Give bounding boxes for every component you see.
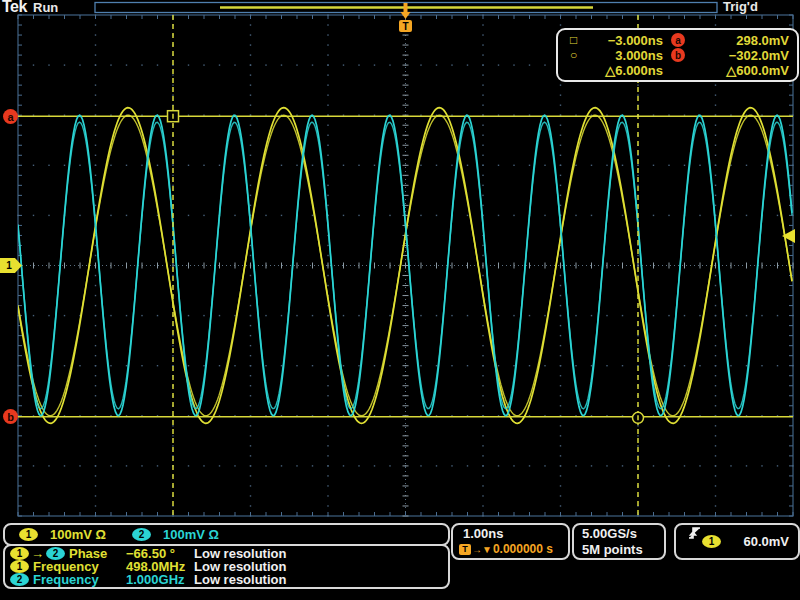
meas3-note: Low resolution bbox=[194, 572, 286, 587]
trigger-level: 60.0mV bbox=[721, 534, 798, 549]
meas3-name: Frequency bbox=[33, 572, 99, 587]
cursor-a-badge[interactable]: a bbox=[3, 109, 18, 124]
tek-logo: Tek bbox=[2, 0, 27, 16]
measurement-box: 1 → 2 Phase −66.50 ° Low resolution 1 Fr… bbox=[3, 544, 450, 589]
cursor1-time[interactable]: −3.000ns bbox=[596, 33, 663, 48]
trigger-source-badge: 1 bbox=[702, 535, 721, 548]
cursor2-circle-icon: ○ bbox=[558, 48, 596, 62]
cursor2-time[interactable]: 3.000ns bbox=[596, 48, 663, 63]
horizontal-settings-box[interactable]: 1.00ns T →▼ 0.000000 s bbox=[451, 523, 570, 560]
meas2-src-badge: 1 bbox=[10, 560, 29, 573]
acquisition-box[interactable]: 5.00GS/s 5M points bbox=[572, 523, 666, 560]
sample-rate: 5.00GS/s bbox=[582, 526, 664, 541]
horizontal-delay: 0.000000 s bbox=[493, 542, 553, 556]
trigger-level-arrow[interactable] bbox=[782, 229, 795, 243]
cursor-b-level[interactable]: −302.0mV bbox=[693, 48, 797, 63]
cursor-a-icon: a bbox=[671, 33, 685, 47]
cursor-row-delta: △6.000ns △600.0mV bbox=[558, 63, 797, 78]
acquisition-status: Run bbox=[33, 0, 58, 15]
cursor-readout-box: □ −3.000ns a 298.0mV ○ 3.000ns b −302.0m… bbox=[556, 28, 799, 82]
meas3-src-badge: 2 bbox=[10, 573, 29, 586]
trigger-t-icon: T bbox=[459, 544, 471, 555]
trigger-status: Trig'd bbox=[723, 0, 758, 14]
cursor-row-2: ○ 3.000ns b −302.0mV bbox=[558, 48, 797, 63]
ch1-scale[interactable]: 100mV Ω bbox=[50, 527, 106, 542]
waveform-display bbox=[0, 0, 800, 600]
graticule bbox=[17, 14, 793, 516]
cursor-a-level[interactable]: 298.0mV bbox=[693, 33, 797, 48]
ch2-badge[interactable]: 2 bbox=[132, 528, 151, 541]
timebase-scale: 1.00ns bbox=[463, 526, 568, 541]
cursor-delta-time: △6.000ns bbox=[596, 63, 663, 78]
ch2-scale[interactable]: 100mV Ω bbox=[163, 527, 219, 542]
cursor-delta-level: △600.0mV bbox=[693, 63, 797, 78]
delay-arrows-icon: →▼ bbox=[472, 544, 492, 555]
cursor-b-icon: b bbox=[671, 48, 685, 62]
record-length: 5M points bbox=[582, 542, 664, 557]
cursor1-square-icon: □ bbox=[558, 33, 596, 47]
cursor-b-badge[interactable]: b bbox=[3, 409, 18, 424]
ch1-badge[interactable]: 1 bbox=[19, 528, 38, 541]
oscilloscope-screen: Tek Run Trig'd a b 1 T □ −3.000ns a 298.… bbox=[0, 0, 800, 600]
measurement-row-freq2[interactable]: 2 Frequency 1.000GHz Low resolution bbox=[5, 573, 448, 586]
trigger-settings-box[interactable]: 1 60.0mV bbox=[674, 523, 800, 560]
rising-edge-icon bbox=[688, 525, 701, 540]
channel-readout-bar: 1 100mV Ω 2 100mV Ω bbox=[3, 523, 450, 546]
trigger-position-badge[interactable]: T bbox=[399, 20, 412, 32]
meas1-src1-badge: 1 bbox=[10, 547, 29, 560]
cursor-row-1: □ −3.000ns a 298.0mV bbox=[558, 33, 797, 48]
meas3-value: 1.000GHz bbox=[126, 572, 185, 587]
